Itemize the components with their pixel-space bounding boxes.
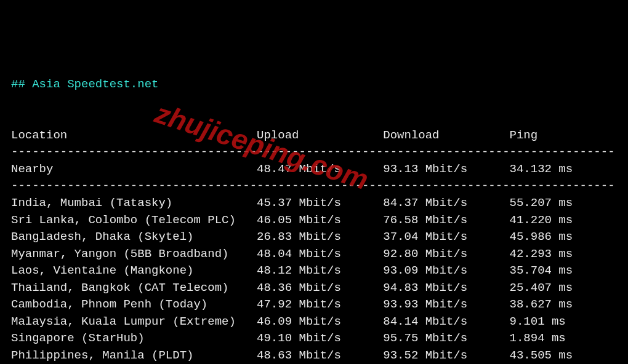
header-row: Location Upload Download Ping (11, 129, 537, 142)
rows-block: India, Mumbai (Tatasky) 45.37 Mbit/s 84.… (11, 196, 580, 364)
divider: ----------------------------------------… (11, 179, 615, 192)
nearby-row: Nearby 48.47 Mbit/s 93.13 Mbit/s 34.132 … (11, 162, 573, 176)
divider: ----------------------------------------… (11, 145, 615, 159)
section-title: ## Asia Speedtest.net (11, 77, 158, 91)
